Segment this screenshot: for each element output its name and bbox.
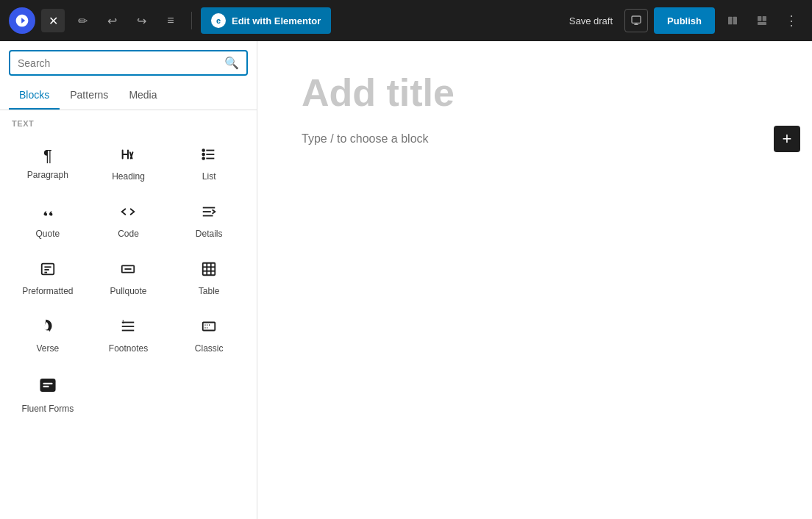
post-title-input[interactable] [302,71,768,115]
block-paragraph-label: Paragraph [27,170,68,180]
preview-button[interactable] [624,9,648,32]
main-area: 🔍 Blocks Patterns Media TEXT ¶ Paragraph [0,41,812,519]
svg-rect-5 [758,16,761,21]
svg-rect-39 [43,383,52,384]
svg-rect-2 [635,23,638,24]
more-options-button[interactable]: ⋮ [780,9,803,32]
blocks-grid: ¶ Paragraph Heading [9,135,248,422]
block-quote-label: Quote [35,229,60,239]
svg-point-11 [202,149,204,151]
svg-point-13 [202,157,204,160]
tools-button[interactable]: ≡ [159,9,182,32]
svg-rect-7 [758,22,766,25]
search-icon: 🔍 [224,56,239,70]
list-icon [201,146,217,165]
toolbar-right: Save draft Publish ⋮ [563,7,803,34]
svg-rect-40 [43,386,49,387]
layout-button[interactable] [750,9,774,32]
footnotes-icon: 1 [120,318,136,337]
svg-rect-0 [632,16,641,23]
table-icon [201,261,217,280]
tabs: Blocks Patterns Media [0,82,257,110]
add-block-button[interactable]: + [774,126,800,152]
block-code-label: Code [118,229,139,239]
svg-rect-6 [763,16,766,21]
block-preformatted[interactable]: Preformatted [9,250,87,304]
block-table-label: Table [199,286,220,296]
block-classic[interactable]: Classic [170,307,248,362]
pullquote-icon [120,261,136,280]
heading-icon [120,146,136,165]
blocks-sidebar: 🔍 Blocks Patterns Media TEXT ¶ Paragraph [0,41,257,519]
block-details-label: Details [196,229,223,239]
elementor-icon: TEXTe [211,13,226,28]
classic-icon [201,318,217,337]
svg-rect-4 [733,17,737,25]
edit-elementor-button[interactable]: TEXTe Edit with Elementor [201,7,331,34]
edit-pen-button[interactable]: ✏ [71,9,94,32]
tab-media[interactable]: Media [118,82,167,110]
block-verse-label: Verse [36,343,59,354]
content-area: + [257,41,812,519]
block-details[interactable]: Details [170,193,248,247]
block-footnotes[interactable]: 1 Footnotes [90,307,168,362]
block-verse[interactable]: Verse [9,307,87,362]
block-pullquote[interactable]: Pullquote [90,250,168,304]
quote-icon [40,204,56,223]
redo-button[interactable]: ↪ [129,9,153,32]
tab-blocks[interactable]: Blocks [9,82,60,110]
close-button[interactable]: ✕ [41,9,65,32]
tab-patterns[interactable]: Patterns [60,82,118,110]
details-icon [201,204,217,223]
paragraph-icon: ¶ [43,148,52,164]
wp-logo[interactable] [9,7,35,34]
svg-rect-32 [203,323,216,331]
block-fluent-forms[interactable]: Fluent Forms [9,365,87,422]
block-list-label: List [202,171,216,182]
svg-rect-3 [728,17,732,25]
edit-elementor-label: Edit with Elementor [232,15,321,26]
publish-button[interactable]: Publish [654,7,715,34]
save-draft-button[interactable]: Save draft [563,15,619,26]
block-pullquote-label: Pullquote [110,286,146,296]
search-box: 🔍 [0,41,257,76]
editor-view-button[interactable] [721,9,744,32]
search-input-wrapper: 🔍 [9,50,248,76]
block-placeholder-input[interactable] [302,132,768,146]
block-paragraph[interactable]: ¶ Paragraph [9,135,87,190]
preformatted-icon [40,261,56,280]
block-quote[interactable]: Quote [9,193,87,247]
block-list[interactable]: List [170,135,248,190]
block-footnotes-label: Footnotes [109,343,148,354]
block-fluent-forms-label: Fluent Forms [21,404,74,414]
block-preformatted-label: Preformatted [22,286,73,296]
svg-rect-38 [40,379,55,392]
svg-rect-1 [634,24,638,25]
section-label: TEXT [9,119,248,128]
block-table[interactable]: Table [170,250,248,304]
svg-point-12 [202,154,204,156]
verse-icon [40,318,56,337]
block-code[interactable]: Code [90,193,168,247]
fluent-forms-icon [38,376,57,398]
block-classic-label: Classic [195,343,224,354]
search-input[interactable] [18,57,218,69]
blocks-section: TEXT ¶ Paragraph Heading [0,110,257,431]
block-heading[interactable]: Heading [90,135,168,190]
top-toolbar: ✕ ✏ ↩ ↪ ≡ TEXTe Edit with Elementor Save… [0,0,812,41]
block-heading-label: Heading [112,171,145,182]
svg-rect-23 [203,263,216,276]
code-icon [120,204,136,223]
undo-button[interactable]: ↩ [100,9,124,32]
separator [191,12,192,29]
svg-text:1: 1 [122,319,125,324]
